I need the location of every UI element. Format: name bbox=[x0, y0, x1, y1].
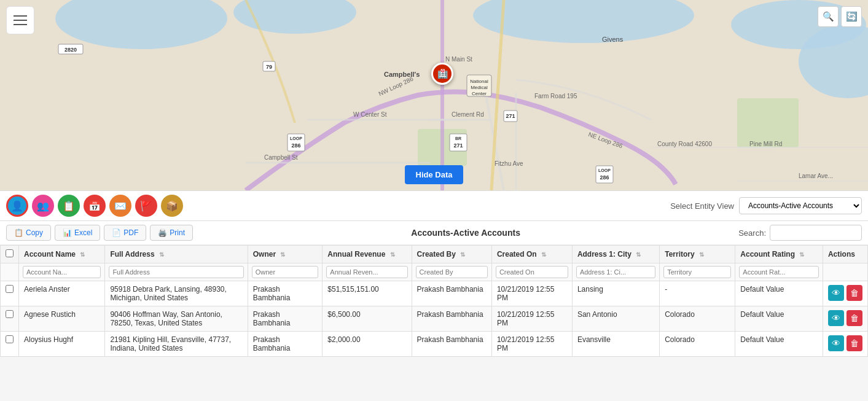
entity-view-group: Select Entity View Accounts-Active Accou… bbox=[670, 197, 862, 214]
row-account-name-1: Agnese Rustich bbox=[19, 306, 105, 332]
row-checkbox-0[interactable] bbox=[6, 285, 14, 293]
th-account-name[interactable]: Account Name ⇅ bbox=[19, 246, 105, 263]
svg-text:Campbell St: Campbell St bbox=[264, 154, 298, 161]
sort-owner-icon: ⇅ bbox=[280, 251, 285, 258]
sort-full-address-icon: ⇅ bbox=[159, 251, 164, 258]
filter-account-rating-input[interactable] bbox=[739, 266, 819, 278]
print-button[interactable]: 🖨️ Print bbox=[150, 225, 193, 241]
row-account-rating-0: Default Value bbox=[735, 281, 823, 306]
row-address1-city-2: Evansville bbox=[572, 332, 659, 357]
copy-button[interactable]: 📋 Copy bbox=[6, 225, 51, 241]
search-input[interactable] bbox=[770, 225, 862, 241]
th-account-rating-label: Account Rating bbox=[740, 250, 795, 259]
filter-annual-revenue-input[interactable] bbox=[326, 266, 407, 278]
refresh-map-button[interactable]: 🔄 bbox=[841, 6, 862, 27]
th-territory[interactable]: Territory ⇅ bbox=[660, 246, 735, 263]
map-container: NW Loop 286 NE Loop 286 N Main St W Cent… bbox=[0, 0, 868, 190]
filter-owner-input[interactable] bbox=[252, 266, 319, 278]
th-address1-city[interactable]: Address 1: City ⇅ bbox=[572, 246, 659, 263]
entity-view-select[interactable]: Accounts-Active Accounts Accounts-All Ac… bbox=[739, 197, 862, 214]
row-annual-revenue-2: $2,000.00 bbox=[323, 332, 412, 357]
row-actions-1: 👁 🗑 bbox=[823, 306, 867, 332]
filter-account-name-cell bbox=[19, 263, 105, 281]
filter-territory-cell bbox=[660, 263, 735, 281]
th-territory-label: Territory bbox=[665, 250, 694, 259]
hide-data-button[interactable]: Hide Data bbox=[405, 165, 464, 184]
row-account-rating-1: Default Value bbox=[735, 306, 823, 332]
row-annual-revenue-0: $51,515,151.00 bbox=[323, 281, 412, 306]
row-actions-2: 👁 🗑 bbox=[823, 332, 867, 357]
svg-text:W Center St: W Center St bbox=[353, 111, 387, 118]
row-checkbox-1[interactable] bbox=[6, 310, 14, 318]
th-owner[interactable]: Owner ⇅ bbox=[248, 246, 323, 263]
th-full-address[interactable]: Full Address ⇅ bbox=[105, 246, 248, 263]
person-view-button[interactable]: 👤 bbox=[6, 195, 28, 217]
checklist-view-button[interactable]: 📋 bbox=[58, 195, 80, 217]
filter-actions-cell bbox=[823, 263, 867, 281]
calendar-view-button[interactable]: 📅 bbox=[84, 195, 106, 217]
th-created-on[interactable]: Created On ⇅ bbox=[491, 246, 572, 263]
filter-full-address-input[interactable] bbox=[109, 266, 243, 278]
filter-full-address-cell bbox=[105, 263, 248, 281]
view-button-1[interactable]: 👁 bbox=[828, 310, 844, 326]
th-created-on-label: Created On bbox=[497, 250, 537, 259]
filter-address1-city-input[interactable] bbox=[576, 266, 655, 278]
view-button-0[interactable]: 👁 bbox=[828, 285, 844, 301]
hamburger-line-1 bbox=[14, 15, 27, 17]
filter-created-on-input[interactable] bbox=[496, 266, 568, 278]
group-view-button[interactable]: 👥 bbox=[32, 195, 54, 217]
map-marker[interactable]: 🏥 bbox=[431, 63, 453, 85]
row-checkbox-cell bbox=[1, 306, 19, 332]
select-all-checkbox[interactable] bbox=[6, 249, 14, 257]
th-owner-label: Owner bbox=[253, 250, 276, 259]
delete-button-2[interactable]: 🗑 bbox=[846, 335, 862, 351]
filter-created-by-input[interactable] bbox=[416, 266, 488, 278]
svg-text:N Main St: N Main St bbox=[445, 56, 472, 63]
box-view-button[interactable]: 📦 bbox=[161, 195, 183, 217]
print-icon: 🖨️ bbox=[158, 228, 167, 237]
copy-icon: 📋 bbox=[14, 228, 23, 237]
row-checkbox-cell bbox=[1, 332, 19, 357]
th-checkbox bbox=[1, 246, 19, 263]
filter-territory-input[interactable] bbox=[663, 266, 731, 278]
map-marker-icon: 🏥 bbox=[431, 63, 453, 85]
view-button-2[interactable]: 👁 bbox=[828, 335, 844, 351]
row-territory-2: Colorado bbox=[660, 332, 735, 357]
calendar-check-icon: 📋 bbox=[63, 200, 75, 212]
row-territory-0: - bbox=[660, 281, 735, 306]
row-owner-0: Prakash Bambhania bbox=[248, 281, 323, 306]
th-created-by[interactable]: Created By ⇅ bbox=[412, 246, 491, 263]
email-view-button[interactable]: ✉️ bbox=[109, 195, 131, 217]
table-row: Aeriela Anster 95918 Debra Park, Lansing… bbox=[1, 281, 868, 306]
row-checkbox-2[interactable] bbox=[6, 335, 14, 343]
row-full-address-2: 21981 Kipling Hill, Evansville, 47737, I… bbox=[105, 332, 248, 357]
row-created-by-0: Prakash Bambhania bbox=[412, 281, 491, 306]
hamburger-menu[interactable] bbox=[6, 6, 34, 34]
delete-button-0[interactable]: 🗑 bbox=[846, 285, 862, 301]
table-header-row: Account Name ⇅ Full Address ⇅ Owner ⇅ An… bbox=[1, 246, 868, 263]
row-owner-1: Prakash Bambhania bbox=[248, 306, 323, 332]
hamburger-line-2 bbox=[14, 20, 27, 21]
pdf-button[interactable]: 📄 PDF bbox=[104, 225, 146, 241]
th-account-rating[interactable]: Account Rating ⇅ bbox=[735, 246, 823, 263]
filter-account-name-input[interactable] bbox=[23, 266, 101, 278]
map-controls: 🔍 🔄 bbox=[818, 6, 862, 27]
flag-view-button[interactable]: 🚩 bbox=[135, 195, 157, 217]
svg-text:LOOP: LOOP bbox=[290, 136, 302, 141]
svg-text:271: 271 bbox=[506, 113, 515, 119]
search-group: Search: bbox=[738, 225, 862, 241]
row-address1-city-0: Lansing bbox=[572, 281, 659, 306]
svg-text:271: 271 bbox=[453, 142, 463, 149]
search-map-button[interactable]: 🔍 bbox=[818, 6, 839, 27]
flag-icon: 🚩 bbox=[140, 200, 152, 212]
row-action-buttons-0: 👁 🗑 bbox=[828, 285, 862, 301]
delete-button-1[interactable]: 🗑 bbox=[846, 310, 862, 326]
sort-account-rating-icon: ⇅ bbox=[799, 251, 804, 258]
search-label: Search: bbox=[738, 228, 766, 238]
sort-account-name-icon: ⇅ bbox=[80, 251, 85, 258]
table-row: Aloysius Hughf 21981 Kipling Hill, Evans… bbox=[1, 332, 868, 357]
excel-button[interactable]: 📊 Excel bbox=[55, 225, 100, 241]
th-full-address-label: Full Address bbox=[110, 250, 154, 259]
row-address1-city-1: San Antonio bbox=[572, 306, 659, 332]
th-annual-revenue[interactable]: Annual Revenue ⇅ bbox=[323, 246, 412, 263]
